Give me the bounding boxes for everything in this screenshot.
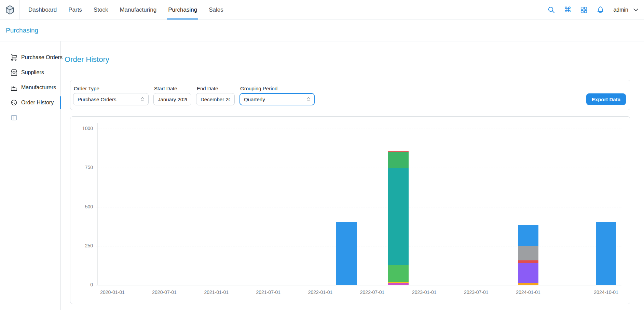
title-divider <box>65 73 630 73</box>
breadcrumb-bar: Purchasing <box>0 20 644 41</box>
bar-segment-2024-01-01[interactable] <box>518 260 538 263</box>
start-date-field: Start Date <box>153 86 191 105</box>
bar-segment-2024-10-01[interactable] <box>596 222 616 285</box>
sidebar-collapse-icon[interactable] <box>11 114 17 121</box>
x-axis-label: 2023-07-01 <box>454 289 498 295</box>
x-axis-label: 2022-07-01 <box>350 289 395 295</box>
bar-segment-2022-10-01[interactable] <box>388 152 409 168</box>
bar-segment-2022-04-01[interactable] <box>336 222 357 285</box>
grouping-period-field: Grouping Period Quarterly <box>239 86 315 105</box>
order-history-chart-card: 025050075010002020-01-012020-07-012021-0… <box>70 116 630 304</box>
nav-tab-dashboard[interactable]: Dashboard <box>23 0 63 20</box>
filter-panel: Order Type Purchase Orders Start Date <box>70 80 630 110</box>
command-palette-icon[interactable]: ⌘ <box>563 6 572 14</box>
username: admin <box>613 7 628 13</box>
start-date-label: Start Date <box>154 86 191 91</box>
nav-tab-manufacturing[interactable]: Manufacturing <box>114 0 162 20</box>
bar-segment-2022-10-01[interactable] <box>388 265 409 282</box>
app-logo-icon[interactable] <box>5 5 15 15</box>
page-body: Purchase Orders Suppliers <box>0 41 644 310</box>
export-data-button[interactable]: Export Data <box>586 93 626 105</box>
y-axis-label: 250 <box>75 243 93 248</box>
sidebar-item-order-history[interactable]: Order History <box>0 95 60 110</box>
shopping-cart-icon <box>10 54 18 61</box>
bar-segment-2022-10-01[interactable] <box>388 168 409 264</box>
x-axis-label: 2024-10-01 <box>584 289 628 295</box>
y-axis-label: 0 <box>75 282 93 287</box>
y-axis-label: 500 <box>75 204 93 209</box>
header-left: Dashboard Parts Stock Manufacturing Purc… <box>5 0 232 20</box>
y-axis-label: 1000 <box>75 126 93 131</box>
qr-scan-icon[interactable] <box>580 6 588 14</box>
main-header: Dashboard Parts Stock Manufacturing Purc… <box>0 0 644 20</box>
header-actions: ⌘ admin <box>547 0 641 20</box>
order-type-value: Purchase Orders <box>78 96 137 102</box>
nav-tab-sales[interactable]: Sales <box>203 0 229 20</box>
main-content: Order History Order Type Purchase Orders <box>61 41 644 310</box>
notifications-bell-icon[interactable] <box>596 6 604 14</box>
chevron-down-icon <box>632 7 639 13</box>
sidebar-item-label: Manufacturers <box>21 85 56 91</box>
bar-segment-2024-01-01[interactable] <box>518 225 538 246</box>
bar-segment-2022-10-01[interactable] <box>388 283 409 285</box>
history-icon <box>10 99 18 106</box>
order-type-select[interactable]: Purchase Orders <box>73 93 149 105</box>
bar-segment-2024-01-01[interactable] <box>518 263 538 283</box>
chart-plot: 025050075010002020-01-012020-07-012021-0… <box>97 123 621 285</box>
nav-tab-parts[interactable]: Parts <box>63 0 88 20</box>
grouping-period-value: Quarterly <box>244 96 303 102</box>
bar-segment-2022-10-01[interactable] <box>388 151 409 153</box>
x-axis-label: 2023-01-01 <box>402 289 447 295</box>
chevron-updown-icon <box>139 96 146 102</box>
bar-segment-2024-01-01[interactable] <box>518 283 538 285</box>
chart-gridline <box>96 168 621 168</box>
end-date-label: End Date <box>197 86 235 91</box>
sidebar-item-suppliers[interactable]: Suppliers <box>0 65 60 80</box>
user-menu[interactable]: admin <box>613 7 639 13</box>
sidebar-item-label: Purchase Orders <box>21 54 63 61</box>
grouping-period-select[interactable]: Quarterly <box>239 93 315 105</box>
chart-gridline <box>96 285 621 285</box>
nav-tab-purchasing[interactable]: Purchasing <box>162 0 203 20</box>
bar-segment-2024-01-01[interactable] <box>518 246 538 260</box>
x-axis-label: 2021-07-01 <box>246 289 290 295</box>
chart-gridline <box>96 246 621 246</box>
end-date-input[interactable] <box>196 93 235 105</box>
chevron-updown-icon <box>305 96 312 102</box>
sidebar-item-purchase-orders[interactable]: Purchase Orders <box>0 50 60 65</box>
breadcrumb-purchasing[interactable]: Purchasing <box>6 27 38 34</box>
main-nav: Dashboard Parts Stock Manufacturing Purc… <box>19 0 232 20</box>
x-axis-label: 2020-07-01 <box>142 289 187 295</box>
sidebar-item-label: Suppliers <box>21 69 44 76</box>
bar-segment-2022-10-01[interactable] <box>388 282 409 283</box>
x-axis-label: 2024-01-01 <box>506 289 550 295</box>
x-axis-label: 2022-01-01 <box>298 289 342 295</box>
page-title: Order History <box>65 55 630 64</box>
order-type-label: Order Type <box>74 86 149 91</box>
command-glyph: ⌘ <box>564 6 571 14</box>
search-icon[interactable] <box>547 6 555 14</box>
app-window: Dashboard Parts Stock Manufacturing Purc… <box>0 0 644 310</box>
nav-tab-stock[interactable]: Stock <box>88 0 114 20</box>
order-type-field: Order Type Purchase Orders <box>73 86 149 105</box>
sidebar-item-label: Order History <box>21 100 54 106</box>
chart-gridline <box>96 123 621 123</box>
chart-gridline <box>96 207 621 207</box>
start-date-input[interactable] <box>153 93 191 105</box>
grouping-period-label: Grouping Period <box>240 86 315 91</box>
chart-gridline <box>96 129 621 129</box>
x-axis-label: 2020-01-01 <box>90 289 135 295</box>
x-axis-label: 2021-01-01 <box>194 289 238 295</box>
sidebar: Purchase Orders Suppliers <box>0 41 61 310</box>
building-store-icon <box>10 69 18 76</box>
end-date-field: End Date <box>196 86 235 105</box>
building-factory-icon <box>10 84 18 91</box>
y-axis-label: 750 <box>75 165 93 170</box>
sidebar-item-manufacturers[interactable]: Manufacturers <box>0 80 60 95</box>
